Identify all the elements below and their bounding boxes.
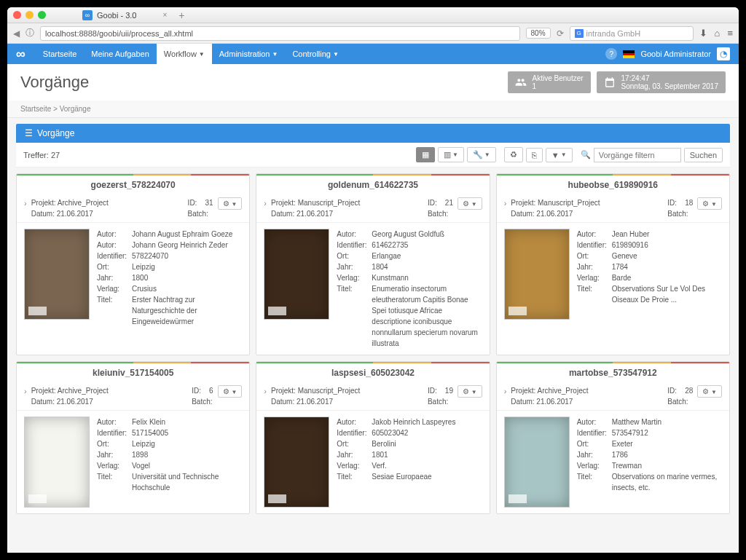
back-icon[interactable]: ◀	[13, 28, 20, 39]
thumb-label-icon	[509, 307, 527, 315]
close-window-icon[interactable]	[13, 11, 21, 19]
field-key: Verlag:	[577, 272, 612, 283]
language-flag-icon[interactable]	[623, 50, 635, 58]
tool-copy-button[interactable]: ⎘	[526, 148, 543, 162]
field-value: Barde	[612, 272, 722, 283]
nav-item-startseite[interactable]: Startseite	[36, 44, 84, 64]
download-icon[interactable]: ⬇	[699, 28, 707, 39]
field-key: Verlag:	[97, 460, 132, 471]
card-gear-button[interactable]: ⚙ ▼	[697, 385, 722, 398]
chevron-down-icon: ▼	[199, 51, 205, 58]
field-key: Identifier:	[337, 427, 372, 438]
field-key: Titel:	[337, 283, 372, 349]
field-key: Titel:	[97, 471, 132, 493]
thumbnail[interactable]	[264, 229, 329, 320]
field-key: Ort:	[577, 438, 612, 449]
card-gear-button[interactable]: ⚙ ▼	[458, 385, 482, 398]
metadata-table: Autor:Jakob Heinrich LaspeyresIdentifier…	[337, 417, 455, 508]
field-key: Ort:	[577, 251, 612, 261]
field-key: Identifier:	[577, 427, 612, 438]
tool-filter-button[interactable]: ▼ ▼	[546, 148, 573, 162]
nav-item-controlling[interactable]: Controlling▼	[285, 44, 346, 64]
field-value: Georg August Goldfuß	[372, 229, 482, 240]
field-value: Leipzig	[132, 438, 242, 449]
expand-icon[interactable]: ›	[264, 387, 267, 395]
field-value: Enumeratio insectorum eleutheratorum Cap…	[372, 283, 482, 349]
user-avatar-icon[interactable]: ◔	[717, 47, 730, 60]
field-key: Verlag:	[577, 460, 612, 471]
menu-icon[interactable]: ≡	[727, 28, 733, 39]
help-icon[interactable]: ?	[605, 48, 617, 60]
field-value: Berolini	[372, 438, 455, 449]
field-key: Autor:	[577, 417, 612, 427]
maximize-window-icon[interactable]	[38, 11, 46, 19]
view-grid-button[interactable]: ▦	[416, 147, 435, 162]
card-gear-button[interactable]: ⚙ ▼	[458, 197, 482, 210]
browser-tab[interactable]: ∞ Goobi - 3.0 × +	[82, 9, 184, 21]
nav-item-workflow[interactable]: Workflow▼	[157, 44, 212, 64]
process-card: martobse_573547912 › Projekt: Archive_Pr…	[496, 361, 730, 514]
card-gear-button[interactable]: ⚙ ▼	[697, 197, 722, 210]
field-value: Johann Georg Heinrich Zeder	[132, 240, 242, 251]
field-value: Geneve	[612, 251, 722, 261]
home-icon[interactable]: ⌂	[715, 28, 721, 39]
thumbnail[interactable]	[24, 417, 90, 508]
field-value: Crusius	[132, 283, 242, 294]
breadcrumb-home[interactable]: Startseite	[20, 105, 51, 113]
expand-icon[interactable]: ›	[504, 387, 507, 395]
reload-icon[interactable]: ⟳	[557, 28, 564, 39]
nav-item-administration[interactable]: Administration▼	[212, 44, 286, 64]
nav-item-meine-aufgaben[interactable]: Meine Aufgaben	[84, 44, 157, 64]
thumbnail[interactable]	[504, 417, 570, 508]
user-name[interactable]: Goobi Administrator	[640, 50, 711, 58]
page-title: Vorgänge	[20, 73, 89, 92]
thumbnail[interactable]	[504, 229, 570, 320]
tab-close-icon[interactable]: ×	[162, 11, 167, 19]
address-bar: ◀ ⓘ localhost:8888/goobi/uii/process_all…	[7, 23, 739, 44]
app-nav: ∞ StartseiteMeine AufgabenWorkflow▼Admin…	[7, 44, 739, 64]
field-key: Titel:	[337, 471, 372, 482]
field-key: Autor:	[97, 229, 132, 240]
expand-icon[interactable]: ›	[24, 199, 27, 208]
breadcrumb-current: Vorgänge	[60, 105, 91, 113]
url-field[interactable]: localhost:8888/goobi/uii/process_all.xht…	[40, 26, 520, 41]
favicon-icon: ∞	[82, 10, 93, 20]
process-card: goezerst_578224070 › Projekt: Archive_Pr…	[16, 173, 250, 355]
url-text: localhost:8888/goobi/uii/process_all.xht…	[45, 29, 193, 38]
field-key: Jahr:	[97, 449, 132, 460]
tool-wrench-button[interactable]: 🔧 ▼	[467, 147, 496, 162]
result-count: Treffer: 27	[23, 151, 60, 159]
logo-icon[interactable]: ∞	[16, 47, 25, 62]
view-columns-button[interactable]: ▥ ▼	[438, 147, 464, 162]
field-value: 1801	[372, 449, 455, 460]
expand-icon[interactable]: ›	[264, 199, 267, 208]
zoom-level[interactable]: 80%	[526, 28, 551, 39]
google-icon: G	[575, 29, 584, 38]
metadata-table: Autor:Georg August GoldfußIdentifier:614…	[337, 229, 482, 349]
thumbnail[interactable]	[24, 229, 90, 320]
filter-input[interactable]	[594, 148, 681, 162]
field-key: Autor:	[97, 240, 132, 251]
search-placeholder: intranda GmbH	[586, 29, 641, 38]
expand-icon[interactable]: ›	[504, 199, 507, 208]
card-gear-button[interactable]: ⚙ ▼	[218, 197, 243, 210]
field-key: Ort:	[337, 251, 372, 261]
new-tab-icon[interactable]: +	[178, 9, 184, 21]
process-card: laspsesi_605023042 › Projekt: Manuscript…	[256, 361, 490, 514]
thumbnail[interactable]	[264, 417, 329, 508]
card-title: kleiuniv_517154005	[17, 363, 249, 382]
minimize-window-icon[interactable]	[25, 11, 34, 19]
info-icon[interactable]: ⓘ	[25, 27, 34, 39]
browser-search[interactable]: G intranda GmbH	[570, 26, 694, 41]
search-button[interactable]: Suchen	[684, 148, 723, 162]
chevron-down-icon: ▼	[272, 51, 278, 58]
field-value: 1804	[372, 261, 482, 272]
card-gear-button[interactable]: ⚙ ▼	[218, 385, 243, 398]
panel-title: Vorgänge	[37, 128, 74, 138]
field-key: Identifier:	[337, 240, 372, 251]
field-key: Jahr:	[97, 272, 132, 283]
tool-trash-button[interactable]: ♻	[504, 147, 523, 162]
field-value: Felix Klein	[132, 417, 242, 427]
field-value: Observations on marine vermes, insects, …	[612, 471, 722, 493]
expand-icon[interactable]: ›	[24, 387, 27, 395]
